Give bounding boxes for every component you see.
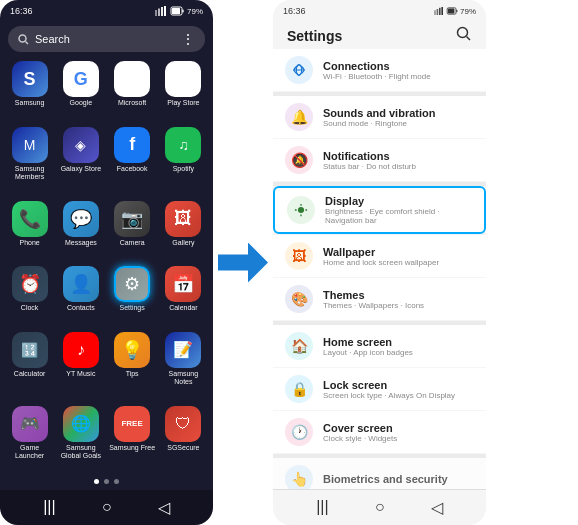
left-search-bar[interactable]: Search ⋮ (8, 26, 205, 52)
app-gamelauncher[interactable]: 🎮 Game Launcher (6, 403, 53, 473)
app-calculator[interactable]: 🔢 Calculator (6, 329, 53, 399)
biometrics-icon: 👆 (285, 465, 313, 489)
app-facebook[interactable]: f Facebook (109, 124, 156, 194)
display-icon (287, 196, 315, 224)
svg-rect-2 (161, 7, 163, 16)
right-status-icons: 79% (434, 7, 476, 16)
app-tips[interactable]: 💡 Tips (109, 329, 156, 399)
left-search-text: Search (35, 33, 175, 45)
app-globalgoals[interactable]: 🌐 Samsung Global Goals (57, 403, 104, 473)
page-dots (0, 473, 213, 490)
left-time: 16:36 (10, 6, 33, 16)
svg-rect-9 (434, 10, 436, 15)
app-clock[interactable]: ⏰ Clock (6, 263, 53, 325)
left-nav-back[interactable]: ◁ (158, 498, 170, 517)
svg-rect-0 (155, 10, 157, 16)
left-menu-dots[interactable]: ⋮ (181, 31, 195, 47)
right-nav-back[interactable]: ◁ (431, 498, 443, 517)
svg-rect-14 (448, 9, 454, 14)
app-google[interactable]: G Google (57, 58, 104, 120)
wallpaper-icon: 🖼 (285, 242, 313, 270)
direction-arrow (213, 0, 273, 525)
svg-rect-6 (182, 10, 184, 13)
svg-rect-10 (437, 9, 439, 15)
svg-rect-12 (441, 7, 443, 15)
right-status-bar: 16:36 79% (273, 0, 486, 22)
left-nav-home[interactable]: ○ (102, 498, 112, 517)
app-messages[interactable]: 💬 Messages (57, 198, 104, 260)
lockscreen-text: Lock screen Screen lock type · Always On… (323, 379, 474, 400)
wallpaper-text: Wallpaper Home and lock screen wallpaper (323, 246, 474, 267)
left-app-grid: S Samsung G Google Microsoft ▶ Play Stor… (0, 58, 213, 473)
settings-item-display[interactable]: Display Brightness · Eye comfort shield … (273, 186, 486, 234)
svg-rect-3 (164, 6, 166, 16)
left-status-icons: 79% (155, 6, 203, 16)
settings-item-notifications[interactable]: 🔕 Notifications Status bar · Do not dist… (273, 139, 486, 181)
phone-right: 16:36 79% Settings Connections Wi-Fi · B… (273, 0, 486, 525)
biometrics-text: Biometrics and security (323, 473, 474, 485)
themes-icon: 🎨 (285, 285, 313, 313)
right-time: 16:36 (283, 6, 306, 16)
svg-line-8 (26, 41, 29, 44)
settings-title: Settings (287, 28, 342, 44)
svg-rect-5 (172, 8, 180, 14)
arrow-shape (218, 243, 268, 283)
left-nav-recents[interactable]: ||| (43, 498, 55, 517)
app-calendar[interactable]: 📅 Calendar (160, 263, 207, 325)
settings-item-wallpaper[interactable]: 🖼 Wallpaper Home and lock screen wallpap… (273, 235, 486, 277)
app-settings[interactable]: ⚙ Settings (109, 263, 156, 325)
app-galaxystore[interactable]: ◈ Galaxy Store (57, 124, 104, 194)
svg-point-20 (298, 207, 304, 213)
display-text: Display Brightness · Eye comfort shield … (325, 195, 472, 225)
left-nav-bar: ||| ○ ◁ (0, 490, 213, 525)
connections-text: Connections Wi-Fi · Bluetooth · Flight m… (323, 60, 474, 81)
connections-icon (285, 56, 313, 84)
svg-rect-1 (158, 9, 160, 17)
settings-item-homescreen[interactable]: 🏠 Home screen Layout · App icon badges (273, 325, 486, 367)
right-nav-recents[interactable]: ||| (316, 498, 328, 517)
homescreen-icon: 🏠 (285, 332, 313, 360)
app-gallery[interactable]: 🖼 Gallery (160, 198, 207, 260)
app-samsungnotes[interactable]: 📝 Samsung Notes (160, 329, 207, 399)
notifications-icon: 🔕 (285, 146, 313, 174)
homescreen-text: Home screen Layout · App icon badges (323, 336, 474, 357)
app-playstore[interactable]: ▶ Play Store (160, 58, 207, 120)
app-ytmusic[interactable]: ♪ YT Music (57, 329, 104, 399)
right-nav-home[interactable]: ○ (375, 498, 385, 517)
app-contacts[interactable]: 👤 Contacts (57, 263, 104, 325)
app-samsung[interactable]: S Samsung (6, 58, 53, 120)
app-sgsecure[interactable]: 🛡 SGSecure (160, 403, 207, 473)
phone-left: 16:36 79% Search ⋮ S Samsung G Google (0, 0, 213, 525)
app-members[interactable]: M Samsung Members (6, 124, 53, 194)
app-phone[interactable]: 📞 Phone (6, 198, 53, 260)
svg-point-7 (19, 35, 26, 42)
app-samsungfree[interactable]: FREE Samsung Free (109, 403, 156, 473)
settings-item-sounds[interactable]: 🔔 Sounds and vibration Sound mode · Ring… (273, 96, 486, 138)
svg-rect-15 (456, 10, 458, 12)
app-microsoft[interactable]: Microsoft (109, 58, 156, 120)
right-nav-bar: ||| ○ ◁ (273, 489, 486, 525)
coverscreen-text: Cover screen Clock style · Widgets (323, 422, 474, 443)
settings-search-icon[interactable] (456, 26, 472, 45)
app-spotify[interactable]: ♫ Spotify (160, 124, 207, 194)
settings-item-coverscreen[interactable]: 🕐 Cover screen Clock style · Widgets (273, 411, 486, 453)
settings-item-lockscreen[interactable]: 🔒 Lock screen Screen lock type · Always … (273, 368, 486, 410)
settings-list: Connections Wi-Fi · Bluetooth · Flight m… (273, 49, 486, 489)
settings-item-themes[interactable]: 🎨 Themes Themes · Wallpapers · Icons (273, 278, 486, 320)
sounds-text: Sounds and vibration Sound mode · Ringto… (323, 107, 474, 128)
app-camera[interactable]: 📷 Camera (109, 198, 156, 260)
left-status-bar: 16:36 79% (0, 0, 213, 22)
settings-item-biometrics[interactable]: 👆 Biometrics and security (273, 458, 486, 489)
sounds-icon: 🔔 (285, 103, 313, 131)
lockscreen-icon: 🔒 (285, 375, 313, 403)
svg-point-16 (458, 28, 468, 38)
svg-rect-11 (439, 8, 441, 15)
notifications-text: Notifications Status bar · Do not distur… (323, 150, 474, 171)
coverscreen-icon: 🕐 (285, 418, 313, 446)
settings-item-connections[interactable]: Connections Wi-Fi · Bluetooth · Flight m… (273, 49, 486, 91)
right-top-bar: Settings (273, 22, 486, 49)
svg-line-17 (467, 37, 471, 41)
themes-text: Themes Themes · Wallpapers · Icons (323, 289, 474, 310)
